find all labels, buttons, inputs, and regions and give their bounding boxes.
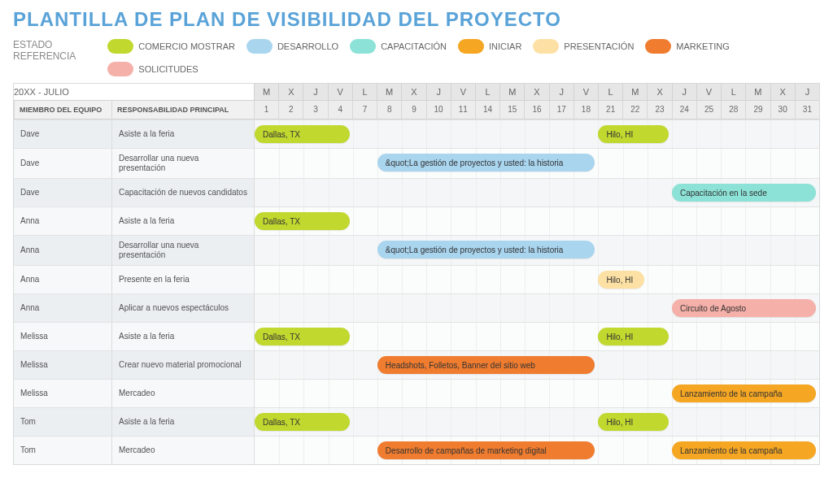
grid-cell — [770, 149, 795, 178]
grid-cell — [255, 437, 279, 464]
grid-cell — [549, 408, 574, 436]
grid-cell — [525, 266, 549, 293]
gantt-bar[interactable]: Lanzamiento de la campaña — [672, 441, 816, 459]
table-row: DaveAsiste a la feriaDallas, TXHilo, HI — [14, 119, 819, 148]
grid-cell — [795, 120, 819, 148]
gantt-bar[interactable]: &quot;La gestión de proyectos y usted: l… — [377, 154, 595, 172]
grid-cell — [623, 294, 648, 322]
grid-cell — [549, 323, 574, 350]
day-letter: V — [451, 84, 475, 101]
grid-cell — [648, 351, 672, 379]
grid-cell — [770, 236, 795, 265]
grid-cell — [745, 149, 770, 178]
bar-area: Dallas, TXHilo, HI — [254, 407, 819, 436]
grid-cell — [525, 323, 549, 350]
grid-cell — [329, 266, 353, 293]
grid-cell — [329, 437, 353, 464]
grid-cell — [353, 323, 377, 350]
grid-cell — [451, 120, 475, 148]
day-number: 7 — [352, 101, 377, 119]
grid-cell — [451, 266, 475, 293]
grid-cell — [672, 236, 696, 265]
gantt-bar[interactable]: &quot;La gestión de proyectos y usted: l… — [377, 241, 595, 259]
gantt-bar[interactable]: Hilo, HI — [598, 413, 669, 431]
legend-text: PRESENTACIÓN — [564, 41, 634, 51]
grid-cell — [500, 323, 525, 350]
grid-cell — [648, 207, 672, 235]
grid-cell — [696, 408, 721, 436]
grid-cell — [745, 408, 770, 436]
day-letter: J — [672, 84, 696, 101]
responsibility-cell: Asiste a la feria — [111, 119, 254, 148]
grid-cell — [648, 179, 672, 206]
grid-cell — [721, 323, 745, 350]
grid-cell — [598, 236, 622, 265]
grid-cell — [426, 266, 451, 293]
grid-cell — [353, 207, 377, 235]
day-number: 9 — [401, 101, 425, 119]
member-cell: Dave — [14, 119, 111, 148]
grid-cell — [279, 266, 303, 293]
grid-cell — [770, 351, 795, 379]
grid-cell — [329, 236, 353, 265]
gantt-bar[interactable]: Dallas, TX — [255, 125, 350, 143]
grid-cell — [279, 437, 303, 464]
member-cell: Dave — [14, 148, 111, 178]
grid-cell — [574, 323, 598, 350]
gantt-bar[interactable]: Dallas, TX — [255, 328, 350, 345]
member-cell: Anna — [14, 235, 111, 265]
grid-cell — [648, 294, 672, 322]
grid-cell — [451, 408, 475, 436]
grid-cell — [255, 236, 279, 265]
grid-cell — [795, 323, 819, 350]
bar-area: &quot;La gestión de proyectos y usted: l… — [254, 148, 819, 178]
bar-area: Desarrollo de campañas de marketing digi… — [254, 436, 819, 464]
grid-cell — [303, 294, 328, 322]
gantt-bar[interactable]: Hilo, HI — [598, 271, 643, 289]
grid-cell — [525, 207, 549, 235]
grid-cell — [353, 120, 377, 148]
grid-cell — [574, 380, 598, 407]
table-row: DaveCapacitación de nuevos candidatosCap… — [14, 178, 819, 206]
legend-text: INICIAR — [489, 41, 521, 51]
grid-cell — [795, 351, 819, 379]
grid-cell — [476, 120, 500, 148]
grid-cell — [255, 266, 279, 293]
grid-cell — [525, 408, 549, 436]
grid-cell — [500, 294, 525, 322]
grid-cell — [402, 266, 426, 293]
gantt-bar[interactable]: Lanzamiento de la campaña — [672, 385, 816, 402]
grid-cell — [500, 179, 525, 206]
grid-cell — [745, 120, 770, 148]
grid-cell — [402, 323, 426, 350]
day-letter: M — [254, 84, 278, 101]
grid-cell — [451, 179, 475, 206]
bar-area: Hilo, HI — [254, 265, 819, 293]
grid-cell — [623, 179, 648, 206]
grid-cell — [770, 266, 795, 293]
legend-text: CAPACITACIÓN — [381, 41, 447, 51]
legend-text: COMERCIO MOSTRAR — [138, 41, 235, 51]
col-header-member: MIEMBRO DEL EQUIPO — [14, 101, 111, 119]
day-letter: J — [795, 84, 819, 101]
grid-cell — [303, 380, 328, 407]
day-number: 21 — [598, 101, 622, 119]
gantt-bar[interactable]: Hilo, HI — [598, 125, 669, 143]
gantt-bar[interactable]: Headshots, Folletos, Banner del sitio we… — [377, 356, 595, 374]
gantt-bar[interactable]: Circuito de Agosto — [672, 299, 816, 317]
grid-cell — [696, 207, 721, 235]
gantt-bar[interactable]: Dallas, TX — [255, 413, 350, 431]
day-letter: M — [745, 84, 770, 101]
gantt-bar[interactable]: Desarrollo de campañas de marketing digi… — [377, 441, 595, 459]
day-number: 28 — [721, 101, 745, 119]
gantt-bar[interactable]: Hilo, HI — [598, 328, 669, 345]
grid-cell — [451, 380, 475, 407]
grid-cell — [476, 179, 500, 206]
grid-cell — [525, 120, 549, 148]
grid-cell — [426, 323, 451, 350]
grid-cell — [255, 351, 279, 379]
gantt-bar[interactable]: Dallas, TX — [255, 212, 350, 230]
day-number: 29 — [745, 101, 770, 119]
gantt-bar[interactable]: Capacitación en la sede — [672, 184, 816, 202]
grid-cell — [574, 294, 598, 322]
